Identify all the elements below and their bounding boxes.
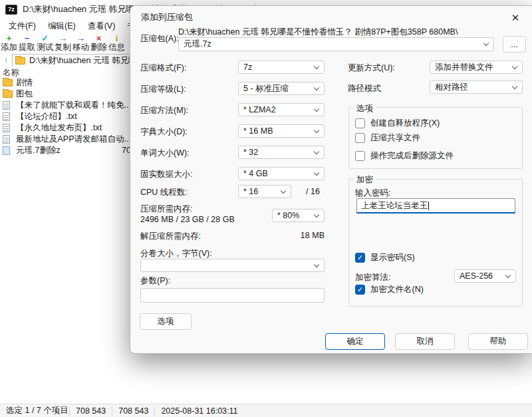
status-modified-date: 2025-08-31 16:03:11 xyxy=(154,406,243,416)
update-mode-combobox[interactable]: 添加并替换文件 xyxy=(430,61,523,74)
word-size-combobox[interactable]: * 32 xyxy=(238,146,325,159)
help-button-label: 帮助 xyxy=(490,336,507,347)
checkbox-icon[interactable] xyxy=(355,118,365,128)
file-name: 【来了就能下载和观看！纯免... xyxy=(16,100,131,111)
menu-view[interactable]: 查看(V) xyxy=(82,19,122,34)
delete-button[interactable]: × 删除 xyxy=(90,34,108,52)
file-name: 【永久地址发布页】.txt xyxy=(16,122,102,134)
add-button-label: 添加 xyxy=(1,43,17,52)
up-arrow-icon[interactable]: ↑ xyxy=(0,55,12,67)
format-label: 压缩格式(F): xyxy=(140,63,186,74)
memory-usage-label: 压缩所需内存: xyxy=(140,204,192,215)
archive-dir-path: D:\来财\huachen 元瑶 韩兄哪是不懂怜香惜玉？ 剧情87P+图包358… xyxy=(178,27,491,38)
encryption-method-value: AES-256 xyxy=(460,271,493,281)
cancel-button[interactable]: 取消 xyxy=(395,333,455,350)
solid-block-combobox[interactable]: * 4 GB xyxy=(238,167,325,180)
file-name: 最新地址及APP请发邮箱自动... xyxy=(16,134,131,145)
add-to-archive-dialog: 添加到压缩包 ✕ 压缩包(A): D:\来财\huachen 元瑶 韩兄哪是不懂… xyxy=(130,5,532,354)
test-button[interactable]: ✓ 测试 xyxy=(36,34,54,52)
menu-file[interactable]: 文件(F) xyxy=(3,19,42,34)
encrypt-filenames-checkbox[interactable]: 加密文件名(N) xyxy=(355,284,424,295)
move-button[interactable]: → 移动 xyxy=(72,34,90,52)
check-icon: ✓ xyxy=(41,34,49,43)
password-input[interactable]: 上老王论坛当老王 xyxy=(356,198,515,213)
solid-block-label: 固实数据大小: xyxy=(140,169,192,180)
ok-button[interactable]: 确定 xyxy=(325,333,385,350)
checkbox-icon[interactable] xyxy=(355,151,365,161)
show-password-checkbox[interactable]: 显示密码(S) xyxy=(355,252,415,263)
dictionary-combobox[interactable]: * 16 MB xyxy=(238,124,325,138)
chevron-down-icon xyxy=(281,188,286,193)
level-combobox[interactable]: 5 - 标准压缩 xyxy=(238,82,325,95)
level-label: 压缩等级(L): xyxy=(140,84,186,95)
move-button-label: 移动 xyxy=(72,43,89,52)
encryption-method-label: 加密算法: xyxy=(355,272,390,283)
compress-shared-checkbox[interactable]: 压缩共享文件 xyxy=(355,132,420,144)
cpu-threads-value: * 16 xyxy=(243,187,258,196)
folder-icon xyxy=(3,90,13,98)
test-button-label: 测试 xyxy=(37,43,53,52)
ok-button-label: 确定 xyxy=(347,336,364,347)
add-button[interactable]: + 添加 xyxy=(0,34,18,52)
copy-button[interactable]: → 复制 xyxy=(54,34,72,52)
chevron-down-icon xyxy=(314,170,319,175)
checkbox-checked-icon[interactable] xyxy=(355,253,365,263)
folder-icon xyxy=(15,57,25,65)
dictionary-label: 字典大小(D): xyxy=(140,126,188,138)
parameters-label: 参数(P): xyxy=(140,275,170,287)
path-mode-combobox[interactable]: 相对路径 xyxy=(430,80,523,94)
encrypt-filenames-label: 加密文件名(N) xyxy=(370,284,424,295)
create-sfx-checkbox[interactable]: 创建自释放程序(X) xyxy=(355,118,440,129)
delete-after-checkbox[interactable]: 操作完成后删除源文件 xyxy=(355,150,454,162)
show-password-label: 显示密码(S) xyxy=(370,252,415,263)
arrow-right-icon: → xyxy=(76,34,85,43)
update-mode-value: 添加并替换文件 xyxy=(435,62,493,73)
text-caret xyxy=(428,202,429,210)
status-selection: 选定 1 / 7 个项目 xyxy=(0,405,69,416)
extract-button[interactable]: − 提取 xyxy=(18,34,36,52)
cpu-threads-combobox[interactable]: * 16 xyxy=(238,185,291,198)
delete-after-label: 操作完成后删除源文件 xyxy=(370,150,454,162)
word-size-label: 单词大小(W): xyxy=(140,148,190,159)
chevron-down-icon xyxy=(512,83,517,88)
format-combobox[interactable]: 7z xyxy=(238,61,325,74)
status-bar: 选定 1 / 7 个项目 708 543 708 543 2025-08-31 … xyxy=(0,404,532,417)
x-icon: × xyxy=(96,34,102,43)
chevron-down-icon xyxy=(314,148,319,154)
volume-size-combobox[interactable] xyxy=(140,259,325,272)
file-name: 图包 xyxy=(16,88,33,100)
archive-name-combobox[interactable]: 元瑶.7z xyxy=(178,37,494,51)
memory-usage-combobox[interactable]: * 80% xyxy=(272,209,325,222)
menu-edit[interactable]: 编辑(E) xyxy=(42,19,82,34)
text-file-icon xyxy=(3,124,10,132)
info-button[interactable]: i 信息 xyxy=(108,34,126,52)
chevron-down-icon xyxy=(314,106,319,111)
file-name: 剧情 xyxy=(16,77,33,88)
volume-size-label: 分卷大小，字节(V): xyxy=(140,248,212,259)
browse-button[interactable]: ... xyxy=(503,36,526,53)
checkbox-checked-icon[interactable] xyxy=(355,285,365,295)
close-icon[interactable]: ✕ xyxy=(505,9,525,27)
chevron-down-icon xyxy=(314,84,319,90)
dictionary-value: * 16 MB xyxy=(243,126,273,136)
browse-button-label: ... xyxy=(511,40,517,49)
chevron-down-icon xyxy=(314,127,319,132)
parameters-input[interactable] xyxy=(140,288,325,303)
method-combobox[interactable]: * LZMA2 xyxy=(238,103,325,116)
format-value: 7z xyxy=(243,63,252,72)
password-label: 输入密码: xyxy=(355,188,390,199)
checkbox-icon[interactable] xyxy=(355,133,365,143)
cpu-threads-label: CPU 线程数: xyxy=(140,187,188,198)
archive-name-value: 元瑶.7z xyxy=(184,39,211,50)
file-name: 【论坛介绍】.txt xyxy=(16,111,77,122)
options-button[interactable]: 选项 xyxy=(140,313,192,330)
archive-label: 压缩包(A): xyxy=(140,33,179,45)
cpu-threads-max: / 16 xyxy=(306,187,320,196)
path-mode-value: 相对路径 xyxy=(435,82,468,93)
arrow-right-icon: → xyxy=(59,34,67,43)
compress-shared-label: 压缩共享文件 xyxy=(370,132,420,144)
help-button[interactable]: 帮助 xyxy=(468,333,528,350)
encryption-group-title: 加密 xyxy=(354,174,376,186)
chevron-down-icon xyxy=(505,272,511,277)
encryption-method-combobox[interactable]: AES-256 xyxy=(454,269,516,283)
